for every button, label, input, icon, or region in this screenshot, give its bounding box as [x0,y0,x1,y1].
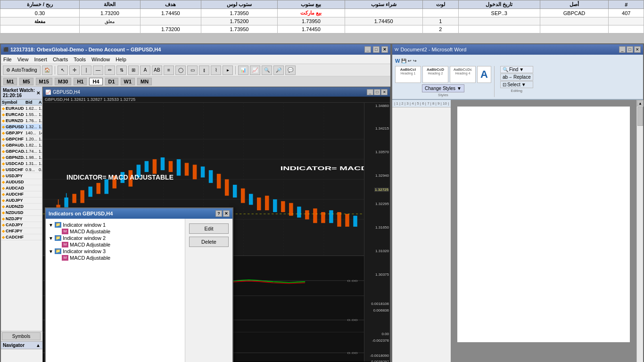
mw-row-euraud[interactable]: ◆EURAUD 1.62... 1.62... 1.62... 1.61 [1,106,42,112]
find-btn[interactable]: 🔍 Find ▼ [500,66,533,73]
tf-h1[interactable]: H1 [74,78,87,85]
tb-more[interactable]: ▸ [223,66,233,75]
tf-m15[interactable]: M15 [36,78,52,85]
tb-ellipse[interactable]: ◯ [175,66,186,75]
mw-row-chfjpy[interactable]: ◆CHFJPY [1,228,42,234]
mt4-minimize-btn[interactable]: _ [364,46,371,53]
mw-row-cadjpy[interactable]: ◆CADJPY [1,222,42,228]
tb-zoom-out[interactable]: 🔎 [273,66,284,75]
mw-row-audusd[interactable]: ◆AUDUSD [1,179,42,185]
tf-w1[interactable]: W1 [121,78,135,85]
heading4-preview[interactable]: AaBbCcDc Heading 4 [450,66,476,83]
tb-lines[interactable]: ≡ [164,66,174,75]
svg-rect-21 [105,179,109,194]
styles-section: AaBbCcI Heading 1 AaBbCcD Heading 2 AaBb… [395,66,495,97]
tb-a[interactable]: A [140,66,150,75]
change-styles-btn[interactable]: Change Styles ▼ [422,84,464,92]
menu-window[interactable]: Window [91,57,110,62]
menu-tools[interactable]: Tools [74,57,86,62]
tb-rect[interactable]: ▭ [187,66,198,75]
tb-bar[interactable]: 📈 [250,66,260,75]
menu-file[interactable]: File [3,57,12,62]
tree-macd1[interactable]: M MACD Adjustable [56,228,182,235]
tb-ab[interactable]: AB [152,66,162,75]
mw-row-usdcad[interactable]: ◆USDCAD 1.31... 1.31... 1.31... 1.30 [1,161,42,167]
tf-d1[interactable]: D1 [105,78,118,85]
macd-val3: 0.00 [381,332,389,336]
mw-row-gbpchf[interactable]: ◆GBPCHF 1.20... 1.20... 1.21... 1.20 [1,136,42,142]
tree-window1[interactable]: ▼ 📁 Indicator window 1 [49,222,182,228]
tb-fib2[interactable]: ⌇ [211,66,221,75]
mw-row-audcad[interactable]: ◆AUDCAD [1,185,42,191]
heading2-preview[interactable]: AaBbCcD Heading 2 [422,66,448,83]
indicators-close-btn[interactable]: ✕ [223,210,230,217]
tb-fib[interactable]: ⫿ [199,66,209,75]
mw-row-gbpcad[interactable]: ◆GBPCAD. 1.74... 1.74... 1.74... 1.73 [1,148,42,155]
word-document[interactable] [457,107,630,342]
delete-indicator-btn[interactable]: Delete [189,237,229,247]
select-btn[interactable]: ⊡ Select ▼ [500,81,533,88]
tf-m1[interactable]: M1 [3,78,17,85]
mw-row-gbpusd[interactable]: ◆GBPUSD 1.32... 1.33... 1.33... 1.32 [1,124,42,130]
tb-grid[interactable]: ⊞ [128,66,139,75]
menu-view[interactable]: View [17,57,29,62]
mw-row-gbpnzd[interactable]: ◆GBPNZD. 1.98... 1.98... 1.98... 1.96 [1,155,42,161]
tree-window3[interactable]: ▼ 📁 Indicator window 3 [49,248,182,255]
mw-row-nzdjpy[interactable]: ◆NZDJPY [1,216,42,222]
market-watch-close[interactable]: ✕ [36,90,40,96]
edit-indicator-btn[interactable]: Edit [189,223,229,234]
tb-chart1[interactable]: 📊 [238,66,248,75]
tb-btn1[interactable]: 🏠 [42,66,52,75]
menu-charts[interactable]: Charts [53,57,68,62]
tf-m5[interactable]: M5 [19,78,33,85]
quick-redo[interactable]: ↪ [413,58,417,63]
tree-window2[interactable]: ▼ 📁 Indicator window 2 [49,235,182,241]
tb-zoom-in[interactable]: 🔍 [262,66,272,75]
word-close-btn[interactable]: ✕ [634,46,641,53]
tb-cursor[interactable]: ↖ [58,66,68,75]
mw-row-usdchf[interactable]: ◆USDCHF 0.9... 0.9... 0.9... [1,167,42,173]
quick-undo[interactable]: ↩ [408,58,412,63]
word-min-btn[interactable]: _ [619,46,626,53]
heading1-preview[interactable]: AaBbCcI Heading 1 [395,66,421,83]
mw-row-nzdusd[interactable]: ◆NZDUSD [1,210,42,216]
tf-mn[interactable]: MN [137,78,152,85]
mw-row-cadchf[interactable]: ◆CADCHF [1,234,42,240]
autotrading-btn[interactable]: ⚙ AutoTrading [3,66,41,75]
tf-h4[interactable]: H4 [89,78,102,85]
chart-min-btn[interactable]: _ [367,89,373,95]
find-label: Find [509,67,518,72]
symbols-button[interactable]: Symbols [2,332,41,340]
mt4-maximize-btn[interactable]: □ [373,46,380,53]
scroll-thumb[interactable] [637,107,643,126]
chart-max-btn[interactable]: □ [374,89,380,95]
chart-close-btn[interactable]: ✕ [381,89,388,95]
tb-pencil[interactable]: ✏ [105,66,115,75]
tree-macd3[interactable]: M MACD Adjustable [56,255,182,261]
word-max-btn[interactable]: □ [627,46,633,53]
mw-row-audnzd[interactable]: ◆AUDNZD [1,204,42,210]
mw-row-audchf[interactable]: ◆AUDCHF [1,191,42,197]
mw-row-gbpjpy[interactable]: ◆GBPJPY 140... 140... 141... 140 [1,130,42,136]
tree-macd2[interactable]: M MACD Adjustable [56,241,182,248]
indicators-help-btn[interactable]: ? [215,210,222,217]
tb-crosshair[interactable]: ✛ [69,66,80,75]
tb-speech[interactable]: 💬 [285,66,296,75]
menu-help[interactable]: Help [116,57,126,62]
change-styles-large-btn[interactable]: A [477,66,491,83]
tb-line[interactable]: — [93,66,103,75]
mw-row-eurcad[interactable]: ◆EURCAD 1.55... 1.55... 1.55... 1.54 [1,112,42,118]
scroll-up-btn[interactable]: ▲ [637,100,644,107]
tf-m30[interactable]: M30 [55,78,71,85]
word-icon: W [395,47,399,52]
navigator-expand[interactable]: ▲ [36,343,41,348]
mw-row-audjpy[interactable]: ◆AUDJPY [1,197,42,204]
mw-row-usdjpy[interactable]: ◆USDJPY [1,173,42,179]
tb-arrows[interactable]: ⇅ [116,66,127,75]
replace-btn[interactable]: ab→ Replace [500,74,533,81]
quick-save[interactable]: 💾 [401,58,406,63]
mw-row-gbpaud[interactable]: ◆GBPAUD. 1.82... 1.82... 1.82... 1.81 [1,142,42,148]
mw-row-eurnzd[interactable]: ◆EURNZD 1.76... 1.76... 1.76... 1.74 [1,118,42,124]
mt4-close-btn[interactable]: ✕ [381,46,388,53]
menu-insert[interactable]: Insert [34,57,47,62]
